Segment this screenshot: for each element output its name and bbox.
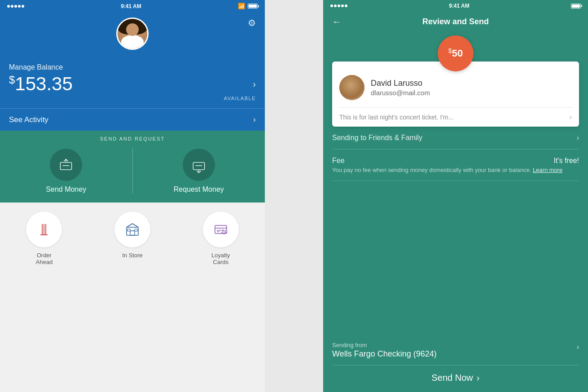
battery-icon-right [571,4,581,9]
send-now-section: Send Now › [323,366,588,392]
send-money-icon-circle [50,149,82,181]
signal-dots-right [330,4,347,7]
svg-rect-12 [127,229,130,231]
sending-from-row[interactable]: Sending from Wells Fargo Checking (9624)… [332,335,579,366]
sending-from-chevron: › [577,343,579,351]
in-store-button[interactable]: In Store [114,211,150,259]
status-bar-left: 9:41 AM 📶 [0,0,265,12]
svg-rect-11 [130,231,135,235]
avatar-face [118,19,147,48]
loyalty-cards-icon [211,220,230,239]
blue-header: ⚙ [0,12,265,59]
balance-row: $153.35 › [9,73,256,95]
order-ahead-label: OrderAhead [36,252,53,265]
battery-icon [248,4,258,9]
back-button[interactable]: ← [332,17,341,27]
see-activity-label: See Activity [9,115,48,124]
amount-bubble: $50 [438,35,474,71]
recipient-name: David Larusso [371,79,430,88]
review-title: Review and Send [422,17,489,26]
svg-rect-0 [61,163,72,170]
send-request-section: SEND AND REQUEST Send Money [0,131,265,203]
manage-balance-section: Manage Balance $153.35 › AVAILABLE [0,59,265,109]
left-phone: 9:41 AM 📶 ⚙ Manage Balance $153.35 › [0,0,265,392]
send-now-button[interactable]: Send Now › [432,373,480,383]
wifi-icon: 📶 [238,3,245,9]
loyalty-cards-icon-circle [203,211,239,247]
status-bar-right: 9:41 AM [323,0,588,12]
note-chevron: › [570,113,572,121]
recipient-email: dlarusso@mail.com [371,89,430,97]
fee-learn-more-link[interactable]: Learn more [533,167,562,173]
send-money-button[interactable]: Send Money [0,149,133,194]
battery-fill [249,4,257,8]
send-request-buttons: Send Money Request Money [0,149,265,194]
signal-dot-4 [18,5,21,8]
recipient-avatar-face [339,75,364,100]
sending-type-label: Sending to Friends & Family [332,134,422,142]
signal-dots [7,5,24,8]
balance-display: $153.35 [9,73,73,94]
settings-icon[interactable]: ⚙ [248,18,256,28]
signal-dot-5 [22,5,24,8]
svg-rect-3 [193,163,204,170]
detail-section: Sending to Friends & Family › Fee It's f… [323,127,588,335]
sending-from-section: Sending from Wells Fargo Checking (9624)… [323,335,588,366]
note-text: This is for last night's concert ticket.… [339,114,453,121]
loyalty-cards-label: LoyaltyCards [211,252,230,265]
signal-dot-1 [7,5,10,8]
fee-row: Fee It's free! You pay no fee when sendi… [332,150,579,181]
review-header: ← Review and Send [323,12,588,35]
balance-amount: $153.35 [9,73,73,95]
see-activity-chevron: › [253,115,256,124]
fee-label: Fee [332,157,345,165]
available-label: AVAILABLE [9,96,256,101]
amount-display: $50 [448,47,463,59]
recipient-info: David Larusso dlarusso@mail.com [339,75,572,107]
send-money-label: Send Money [46,185,86,194]
sending-type-chevron: › [577,134,579,142]
in-store-icon-circle [114,211,150,247]
amount-container: $50 [323,35,588,71]
avatar [116,18,149,50]
recipient-avatar [339,75,364,100]
send-request-title: SEND AND REQUEST [0,136,265,141]
send-money-icon [58,157,74,173]
fee-value: It's free! [554,157,579,165]
loyalty-cards-button[interactable]: LoyaltyCards [203,211,239,265]
request-money-label: Request Money [174,185,224,194]
avatar-hair [118,19,147,35]
svg-rect-14 [215,225,227,233]
signal-dot-2 [11,5,13,8]
order-ahead-button[interactable]: OrderAhead [26,211,62,265]
request-money-icon-circle [183,149,215,181]
request-money-icon [191,157,207,173]
status-time: 9:41 AM [121,3,141,9]
in-store-label: In Store [122,252,143,259]
fee-sublabel: You pay no fee when sending money domest… [332,167,562,173]
send-now-label: Send Now [432,373,473,383]
svg-rect-13 [135,229,137,231]
in-store-icon [123,220,142,239]
note-row[interactable]: This is for last night's concert ticket.… [339,107,572,127]
status-bar-right: 📶 [238,3,258,9]
send-now-chevron: › [477,373,480,383]
sending-type-row[interactable]: Sending to Friends & Family › [332,127,579,150]
bottom-icons-section: OrderAhead In Store [0,203,265,392]
manage-balance-label: Manage Balance [9,63,256,71]
see-activity-section[interactable]: See Activity › [0,109,265,131]
request-money-button[interactable]: Request Money [133,149,265,194]
right-phone: 9:41 AM ← Review and Send $50 David Laru… [323,0,588,392]
fee-row-top: Fee It's free! [332,157,579,165]
sending-from-value: Wells Fargo Checking (9624) [332,349,437,359]
status-time-right: 9:41 AM [449,3,470,9]
phone-divider [265,0,323,392]
order-ahead-icon [35,220,53,238]
balance-chevron: › [253,79,256,89]
recipient-details: David Larusso dlarusso@mail.com [371,79,430,97]
order-ahead-icon-circle [26,211,62,247]
sending-from-label: Sending from [332,342,437,348]
signal-dot-3 [14,5,17,8]
sending-from-details: Sending from Wells Fargo Checking (9624) [332,335,437,359]
